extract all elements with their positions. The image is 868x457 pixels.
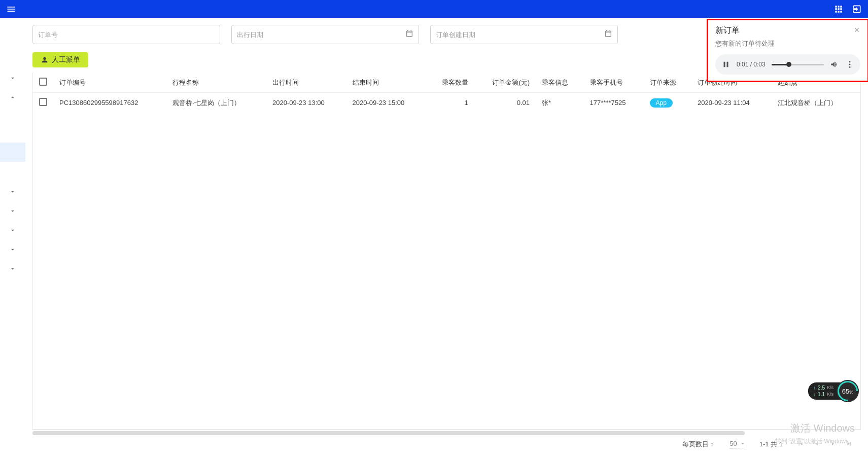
- cell-trip-name: 观音桥-七星岗（上门）: [166, 93, 266, 113]
- col-trip-name: 行程名称: [166, 73, 266, 93]
- manual-dispatch-button[interactable]: 人工派单: [32, 52, 88, 67]
- audio-pause-button[interactable]: [721, 60, 731, 69]
- cell-passenger-phone: 177****7525: [584, 93, 644, 113]
- sidebar-group-3[interactable]: [0, 182, 25, 201]
- col-end-time: 结束时间: [346, 73, 427, 93]
- travel-date-field[interactable]: [231, 25, 419, 44]
- cell-start-point: 江北观音桥（上门）: [772, 93, 860, 113]
- network-widget[interactable]: ↑2.5K/s ↓1.1K/s 65%: [808, 380, 859, 402]
- audio-more-button[interactable]: [845, 60, 854, 69]
- calendar-icon: [405, 29, 413, 40]
- cell-create-time: 2020-09-23 11:04: [691, 93, 772, 113]
- menu-icon[interactable]: [5, 3, 17, 15]
- sidebar-group-6[interactable]: [0, 240, 25, 259]
- manual-dispatch-label: 人工派单: [52, 55, 80, 64]
- network-circle: 65%: [837, 380, 859, 402]
- pause-icon: [721, 60, 731, 69]
- cell-passenger-count: 1: [426, 93, 474, 113]
- source-badge: App: [650, 98, 673, 108]
- net-unit: K/s: [827, 385, 834, 391]
- audio-time: 0:01 / 0:03: [737, 61, 766, 68]
- orders-table-wrap: 订单编号 行程名称 出行时间 结束时间 乘客数量 订单金额(元) 乘客信息 乘客…: [32, 73, 861, 430]
- toast-close-button[interactable]: [853, 26, 860, 36]
- col-passenger-info: 乘客信息: [536, 73, 584, 93]
- sidebar-group-active[interactable]: [0, 143, 25, 162]
- first-page-button[interactable]: [797, 440, 804, 449]
- pagination: 每页数目： 50 1-1 共 1: [32, 436, 861, 457]
- col-order-amount: 订单金额(元): [474, 73, 536, 93]
- svg-point-1: [849, 64, 851, 65]
- table-row[interactable]: PC1308602995598917632 观音桥-七星岗（上门） 2020-0…: [33, 93, 860, 113]
- col-passenger-phone: 乘客手机号: [584, 73, 644, 93]
- sidebar-group-2[interactable]: [0, 88, 25, 107]
- topbar: [0, 0, 868, 18]
- net-pct: 65: [842, 388, 849, 395]
- net-down: 1.1: [818, 391, 825, 398]
- sidebar-group-7[interactable]: [0, 259, 25, 278]
- cell-travel-time: 2020-09-23 13:00: [266, 93, 346, 113]
- sidebar: [0, 18, 25, 457]
- more-vert-icon: [845, 60, 854, 69]
- row-checkbox[interactable]: [39, 98, 47, 106]
- col-travel-time: 出行时间: [266, 73, 346, 93]
- toast-subtitle: 您有新的订单待处理: [715, 39, 860, 48]
- order-no-field[interactable]: [32, 25, 220, 44]
- cell-end-time: 2020-09-23 15:00: [346, 93, 427, 113]
- create-date-field[interactable]: [430, 25, 618, 44]
- audio-progress[interactable]: [772, 64, 824, 65]
- calendar-icon: [604, 29, 612, 40]
- cell-order-amount: 0.01: [474, 93, 536, 113]
- main-content: 人工派单 订单编号 行程名称 出行时间 结束时间 乘客数量 订单金额(元) 乘客…: [25, 18, 868, 457]
- last-page-button[interactable]: [846, 440, 853, 449]
- close-icon: [853, 26, 860, 33]
- audio-player: 0:01 / 0:03: [715, 54, 860, 75]
- logout-icon[interactable]: [851, 3, 863, 15]
- audio-volume-button[interactable]: [830, 60, 839, 69]
- volume-icon: [830, 60, 839, 69]
- page-range: 1-1 共 1: [759, 440, 783, 449]
- sidebar-group-1[interactable]: [0, 68, 25, 88]
- apps-icon[interactable]: [832, 3, 845, 15]
- net-unit2: K/s: [827, 392, 834, 398]
- travel-date-input[interactable]: [237, 31, 405, 39]
- net-up: 2.5: [818, 384, 825, 391]
- rows-per-page-select[interactable]: 50: [730, 440, 745, 449]
- horizontal-scrollbar-thumb[interactable]: [32, 431, 745, 435]
- prev-page-button[interactable]: [813, 440, 820, 449]
- chevron-down-icon: [740, 441, 745, 446]
- svg-point-2: [849, 66, 851, 68]
- select-all-checkbox[interactable]: [39, 78, 47, 86]
- col-order-source: 订单来源: [644, 73, 692, 93]
- col-order-no: 订单编号: [53, 73, 166, 93]
- create-date-input[interactable]: [436, 31, 604, 39]
- order-no-input[interactable]: [38, 31, 215, 39]
- new-order-toast: 新订单 您有新的订单待处理 0:01 / 0:03: [707, 19, 868, 82]
- cell-order-source: App: [644, 93, 692, 113]
- cell-order-no: PC1308602995598917632: [53, 93, 166, 113]
- toast-title: 新订单: [715, 25, 740, 36]
- sidebar-group-5[interactable]: [0, 221, 25, 240]
- horizontal-scrollbar[interactable]: [32, 430, 861, 436]
- svg-point-0: [849, 61, 851, 62]
- rows-per-page-value: 50: [730, 440, 737, 447]
- cell-passenger-info: 张*: [536, 93, 584, 113]
- sidebar-group-4[interactable]: [0, 201, 25, 221]
- col-passenger-count: 乘客数量: [426, 73, 474, 93]
- rows-per-page-label: 每页数目：: [682, 440, 715, 449]
- next-page-button[interactable]: [829, 440, 837, 449]
- person-icon: [41, 56, 49, 64]
